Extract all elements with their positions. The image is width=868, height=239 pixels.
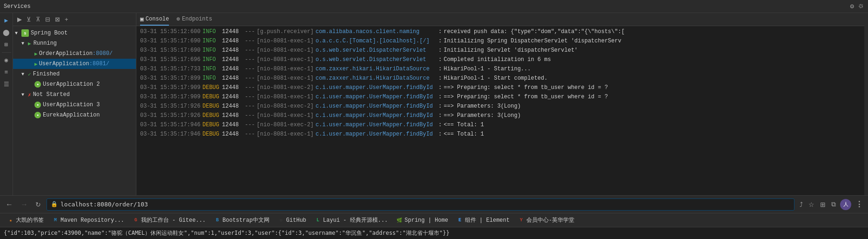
eureka-app-label: EurekaApplication bbox=[43, 112, 100, 118]
bookmark-label-bk9: 会员中心-英华学堂 bbox=[526, 216, 574, 224]
bookmark-label-bk3: 我的工作台 - Gitee... bbox=[141, 216, 206, 224]
bookmarks-button[interactable]: ⊞ bbox=[819, 200, 827, 209]
log-dashes: --- bbox=[245, 111, 255, 120]
bookmark-item-bk7[interactable]: 🌿 Spring | Home bbox=[392, 216, 452, 225]
extension-button[interactable]: ⧉ bbox=[830, 199, 837, 209]
arrow-running: ▼ bbox=[21, 41, 28, 46]
log-class: o.s.web.servlet.DispatcherServlet bbox=[316, 55, 437, 64]
tree-item-user-app2[interactable]: ● UserApplication 2 bbox=[13, 79, 136, 89]
side-icon-camera[interactable]: ◉ bbox=[1, 55, 12, 66]
menu-button[interactable]: ⋮ bbox=[854, 199, 864, 210]
tree-item-user-app3[interactable]: ● UserApplication 3 bbox=[13, 100, 136, 110]
log-level: INFO bbox=[202, 74, 220, 82]
user-app3-icon: ● bbox=[34, 102, 41, 108]
bookmark-label-bk8: 组件 | Element bbox=[465, 216, 510, 224]
endpoints-icon: ⊕ bbox=[176, 15, 180, 23]
bookmark-favicon-bk9: Y bbox=[518, 217, 525, 224]
log-colon: : bbox=[438, 111, 442, 120]
settings-icon[interactable]: ⚙ bbox=[850, 2, 854, 10]
log-level: DEBUG bbox=[202, 93, 220, 101]
filter-button[interactable]: ⊠ bbox=[54, 15, 61, 24]
log-dashes: --- bbox=[245, 65, 255, 73]
tab-console[interactable]: ▣ Console bbox=[140, 13, 169, 26]
order-app-port: :8080/ bbox=[93, 50, 113, 57]
bookmark-item-bk2[interactable]: M Maven Repository... bbox=[48, 216, 128, 225]
user-app-label: UserApplication bbox=[39, 61, 89, 67]
expand-all-button[interactable]: ⊻ bbox=[25, 15, 33, 24]
log-line: 03-31 15:35:17:946 DEBUG 12448 --- [nio-… bbox=[136, 130, 864, 139]
bookmark-star-button[interactable]: ☆ bbox=[807, 200, 816, 209]
add-button[interactable]: + bbox=[63, 15, 70, 24]
user-run-icon: ▶ bbox=[34, 61, 38, 67]
avatar[interactable]: 人 bbox=[840, 199, 851, 210]
tree-item-eureka-app[interactable]: ● EurekaApplication bbox=[13, 110, 136, 120]
log-dashes: --- bbox=[245, 102, 255, 110]
log-class: com.alibaba.nacos.client.naming bbox=[316, 27, 437, 36]
log-timestamp: 03-31 15:35:17:946 bbox=[140, 121, 201, 129]
order-app-label: OrderApplication bbox=[39, 50, 93, 57]
tree-item-not-started[interactable]: ▼ ✗ Not Started bbox=[13, 89, 136, 100]
log-timestamp: 03-31 15:35:17:899 bbox=[140, 74, 201, 82]
bookmark-item-bk9[interactable]: Y 会员中心-英华学堂 bbox=[514, 215, 578, 225]
arrow-finished: ▼ bbox=[21, 72, 28, 77]
services-title: Services bbox=[4, 3, 31, 10]
log-level: DEBUG bbox=[202, 83, 220, 92]
forward-button[interactable]: → bbox=[19, 199, 30, 210]
log-dashes: --- bbox=[245, 121, 255, 129]
log-line: 03-31 15:35:17:909 DEBUG 12448 --- [nio-… bbox=[136, 83, 864, 92]
eureka-app-icon: ● bbox=[34, 112, 41, 118]
bookmark-item-bk4[interactable]: B Bootstrap中文网 bbox=[210, 215, 273, 225]
center-panel: ▣ Console ⊕ Endpoints 03-31 15:35:12:600… bbox=[136, 13, 864, 195]
log-colon: : bbox=[438, 65, 442, 73]
back-button[interactable]: ← bbox=[4, 199, 15, 210]
bookmark-item-bk6[interactable]: L Layui - 经典开源模... bbox=[311, 215, 391, 225]
log-pid: 12448 bbox=[222, 55, 243, 64]
log-level: INFO bbox=[202, 55, 220, 64]
log-dashes: --- bbox=[245, 83, 255, 92]
side-icon-structure[interactable]: ⊞ bbox=[1, 39, 12, 50]
log-thread: [nio-8081-exec-2] bbox=[257, 83, 314, 92]
group-button[interactable]: ⊟ bbox=[44, 15, 52, 24]
tree-item-user-app[interactable]: ▶ UserApplication :8081/ bbox=[13, 59, 136, 69]
side-icon-menu[interactable]: ☰ bbox=[1, 79, 12, 90]
tab-endpoints[interactable]: ⊕ Endpoints bbox=[176, 13, 212, 26]
side-icon-play[interactable]: ▶ bbox=[1, 15, 12, 26]
console-icon: ▣ bbox=[140, 15, 144, 23]
log-pid: 12448 bbox=[222, 74, 243, 82]
collapse-all-button[interactable]: ⊼ bbox=[34, 15, 42, 24]
tree-item-spring-boot[interactable]: ▼ S Spring Boot bbox=[13, 28, 136, 38]
tree-item-finished[interactable]: ▼ ✓ Finished bbox=[13, 69, 136, 79]
top-bar: Services ⚙ ⛭ bbox=[0, 0, 868, 13]
log-line: 03-31 15:35:17:926 DEBUG 12448 --- [nio-… bbox=[136, 102, 864, 111]
log-class: o.s.web.servlet.DispatcherServlet bbox=[316, 46, 437, 55]
bookmark-item-bk8[interactable]: E 组件 | Element bbox=[453, 215, 513, 225]
gear-icon[interactable]: ⛭ bbox=[858, 3, 864, 10]
log-message: HikariPool-1 - Starting... bbox=[444, 65, 531, 73]
tree-item-order-app[interactable]: ▶ OrderApplication :8080/ bbox=[13, 48, 136, 59]
bookmark-label-bk6: Layui - 经典开源模... bbox=[323, 216, 388, 224]
log-level: DEBUG bbox=[202, 121, 220, 129]
bookmark-item-bk1[interactable]: ★ 大凯的书签 bbox=[4, 215, 47, 225]
log-level: INFO bbox=[202, 65, 220, 73]
side-icon-debug[interactable]: ⬤ bbox=[1, 27, 12, 38]
address-bar-actions: ⤴ ☆ ⊞ ⧉ 人 ⋮ bbox=[798, 199, 864, 210]
log-colon: : bbox=[438, 46, 442, 55]
bookmark-item-bk3[interactable]: G 我的工作台 - Gitee... bbox=[129, 215, 209, 225]
play-button[interactable]: ▶ bbox=[16, 15, 23, 24]
refresh-button[interactable]: ↻ bbox=[34, 200, 43, 209]
log-thread: [nio-8081-exec-1] bbox=[257, 111, 314, 120]
log-colon: : bbox=[438, 27, 442, 36]
finished-check-icon: ✓ bbox=[28, 71, 31, 77]
bookmark-item-bk5[interactable]: ⊗ GitHub bbox=[274, 216, 310, 225]
share-button[interactable]: ⤴ bbox=[798, 200, 804, 209]
log-area[interactable]: 03-31 15:35:12:600 INFO 12448 --- [g.pus… bbox=[136, 26, 864, 195]
side-icon-layers[interactable]: ≡ bbox=[1, 67, 12, 78]
url-text[interactable]: localhost:8080/order/103 bbox=[61, 201, 790, 208]
log-dashes: --- bbox=[245, 37, 255, 45]
right-scrollbar[interactable] bbox=[864, 13, 868, 195]
tree-item-running[interactable]: ▼ ▶ Running bbox=[13, 38, 136, 48]
lock-icon: 🔒 bbox=[51, 201, 58, 208]
log-class: c.i.user.mapper.UserMapper.findById bbox=[316, 83, 437, 92]
log-pid: 12448 bbox=[222, 83, 243, 92]
log-thread: [nio-8081-exec-2] bbox=[257, 102, 314, 110]
